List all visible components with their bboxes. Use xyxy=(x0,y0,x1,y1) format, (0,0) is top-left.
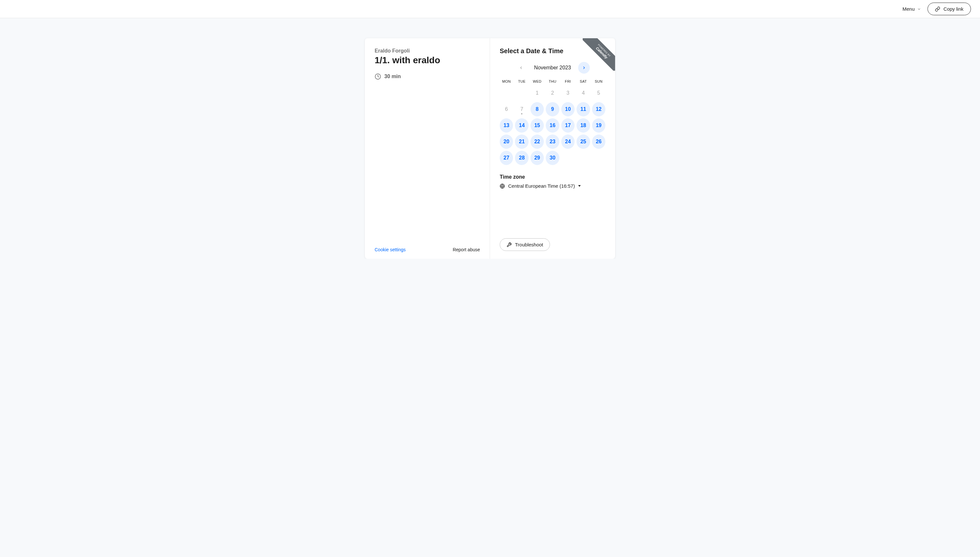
weekday-header: TUE xyxy=(515,80,528,83)
calendar-day-11[interactable]: 11 xyxy=(577,102,590,116)
calendar-grid: 1234567891011121314151617181920212223242… xyxy=(500,86,605,165)
caret-down-icon xyxy=(578,185,581,187)
troubleshoot-label: Troubleshoot xyxy=(515,242,543,248)
calendar-day-19[interactable]: 19 xyxy=(592,118,605,133)
event-title: 1/1. with eraldo xyxy=(375,55,480,65)
troubleshoot-button[interactable]: Troubleshoot xyxy=(500,238,550,251)
left-footer: Cookie settings Report abuse xyxy=(375,247,480,252)
calendar-day-3: 3 xyxy=(561,86,575,100)
calendar-day-22[interactable]: 22 xyxy=(530,135,544,149)
calendar-day-9[interactable]: 9 xyxy=(546,102,559,116)
chevron-down-icon xyxy=(917,7,921,11)
chevron-left-icon xyxy=(519,65,523,70)
weekday-header: THU xyxy=(546,80,559,83)
calendar-day-13[interactable]: 13 xyxy=(500,118,513,133)
current-month-label: November 2023 xyxy=(531,65,574,71)
next-month-button[interactable] xyxy=(578,62,590,73)
calendar-day-24[interactable]: 24 xyxy=(561,135,575,149)
calendar-day-2: 2 xyxy=(546,86,559,100)
report-abuse-link[interactable]: Report abuse xyxy=(453,247,480,252)
timezone-section: Time zone Central European Time (16:57) xyxy=(500,174,605,189)
menu-button[interactable]: Menu xyxy=(902,6,921,12)
calendar-day-16[interactable]: 16 xyxy=(546,118,559,133)
select-date-heading: Select a Date & Time xyxy=(500,47,605,55)
weekday-header: FRI xyxy=(561,80,575,83)
calendar-day-7: 7 xyxy=(515,102,528,116)
calendar-day-26[interactable]: 26 xyxy=(592,135,605,149)
calendar-day-14[interactable]: 14 xyxy=(515,118,528,133)
timezone-label: Time zone xyxy=(500,174,605,180)
wrench-icon xyxy=(507,242,512,248)
calendar-day-5: 5 xyxy=(592,86,605,100)
copy-link-button[interactable]: Copy link xyxy=(928,3,971,15)
calendar-day-18[interactable]: 18 xyxy=(577,118,590,133)
link-icon xyxy=(935,7,940,12)
calendar-day-28[interactable]: 28 xyxy=(515,151,528,165)
copy-link-label: Copy link xyxy=(943,6,964,12)
calendar-day-10[interactable]: 10 xyxy=(561,102,575,116)
calendar-day-29[interactable]: 29 xyxy=(530,151,544,165)
weekday-header: SUN xyxy=(592,80,605,83)
calendar-day-15[interactable]: 15 xyxy=(530,118,544,133)
weekday-header: WED xyxy=(530,80,544,83)
weekday-header: SAT xyxy=(577,80,590,83)
calendar-day-20[interactable]: 20 xyxy=(500,135,513,149)
clock-icon xyxy=(375,73,381,80)
date-picker-panel: POWERED BY Calendly Select a Date & Time… xyxy=(490,38,615,259)
cookie-settings-link[interactable]: Cookie settings xyxy=(375,247,406,252)
calendar-day-4: 4 xyxy=(577,86,590,100)
calendar-day-30[interactable]: 30 xyxy=(546,151,559,165)
host-name: Eraldo Forgoli xyxy=(375,48,480,54)
calendar-day-25[interactable]: 25 xyxy=(577,135,590,149)
calendar-day-17[interactable]: 17 xyxy=(561,118,575,133)
timezone-value: Central European Time (16:57) xyxy=(508,183,575,189)
booking-card: Eraldo Forgoli 1/1. with eraldo 30 min C… xyxy=(365,38,615,259)
prev-month-button[interactable] xyxy=(515,62,527,73)
calendar-day-12[interactable]: 12 xyxy=(592,102,605,116)
calendar-day-8[interactable]: 8 xyxy=(530,102,544,116)
top-bar: Menu Copy link xyxy=(0,0,980,18)
weekday-header-row: MONTUEWEDTHUFRISATSUN xyxy=(500,80,605,83)
event-details-panel: Eraldo Forgoli 1/1. with eraldo 30 min C… xyxy=(365,38,490,259)
globe-icon xyxy=(500,184,505,189)
menu-label: Menu xyxy=(902,6,915,12)
timezone-selector[interactable]: Central European Time (16:57) xyxy=(500,183,605,189)
main-area: Eraldo Forgoli 1/1. with eraldo 30 min C… xyxy=(0,18,980,259)
weekday-header: MON xyxy=(500,80,513,83)
duration-row: 30 min xyxy=(375,73,480,80)
duration-text: 30 min xyxy=(384,73,401,80)
calendar-day-27[interactable]: 27 xyxy=(500,151,513,165)
month-navigation: November 2023 xyxy=(500,62,605,73)
calendar-day-1: 1 xyxy=(530,86,544,100)
calendar-day-6: 6 xyxy=(500,102,513,116)
chevron-right-icon xyxy=(582,65,586,70)
calendar-day-21[interactable]: 21 xyxy=(515,135,528,149)
calendar-day-23[interactable]: 23 xyxy=(546,135,559,149)
